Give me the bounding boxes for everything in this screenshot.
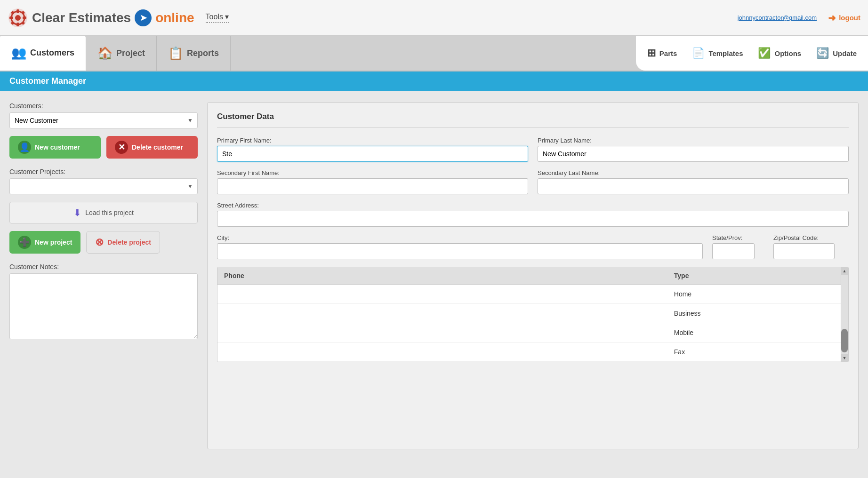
user-email[interactable]: johnnycontractor@gmail.com: [738, 14, 817, 21]
tools-dropdown-icon: ▾: [225, 12, 229, 21]
customers-icon: 👥: [11, 46, 26, 60]
phone-cell: [217, 323, 667, 343]
update-action[interactable]: 🔄 Update: [816, 47, 857, 59]
left-panel: Customers: New Customer ▼ 👤 New customer…: [9, 102, 207, 449]
main-content: Customers: New Customer ▼ 👤 New customer…: [0, 91, 868, 461]
secondary-last-name-input[interactable]: [538, 178, 849, 194]
parts-label: Parts: [659, 49, 677, 57]
options-action[interactable]: ✅ Options: [758, 47, 801, 59]
phone-column-header: Phone: [217, 267, 667, 285]
phone-table: Phone Type HomeBusinessMobileFax: [217, 267, 848, 362]
templates-label: Templates: [708, 49, 743, 57]
phone-input-3[interactable]: [224, 347, 661, 357]
street-address-input[interactable]: [217, 211, 849, 227]
zip-label: Zip/Postal Code:: [773, 234, 849, 241]
scrollbar-track: ▲ ▼: [841, 267, 848, 362]
primary-first-name-input[interactable]: [217, 146, 528, 162]
secondary-first-name-group: Secondary First Name:: [217, 169, 528, 194]
customers-label: Customers:: [9, 102, 198, 110]
type-cell: Home: [667, 285, 848, 304]
project-icon: 🏠: [97, 46, 113, 61]
location-row: City: State/Prov: Zip/Postal Code:: [217, 234, 849, 259]
load-project-button[interactable]: ⬇ Load this project: [9, 202, 198, 223]
project-actions: ➕ New project ⊗ Delete project: [9, 231, 198, 254]
type-cell: Business: [667, 304, 848, 323]
templates-action[interactable]: 📄 Templates: [692, 47, 743, 59]
delete-project-button[interactable]: ⊗ Delete project: [86, 231, 160, 254]
load-project-label: Load this project: [85, 209, 134, 216]
state-label: State/Prov:: [712, 234, 764, 241]
tab-reports-label: Reports: [187, 48, 219, 58]
parts-action[interactable]: ⊞ Parts: [647, 47, 677, 59]
project-select-wrapper: ▼: [9, 178, 198, 194]
tools-label: Tools: [206, 13, 223, 21]
phone-cell: [217, 343, 667, 362]
primary-last-name-label: Primary Last Name:: [538, 137, 849, 144]
svg-rect-4: [16, 23, 19, 26]
parts-icon: ⊞: [647, 47, 656, 59]
primary-last-name-input[interactable]: [538, 146, 849, 162]
customer-notes-textarea[interactable]: [9, 273, 198, 339]
scrollbar-thumb[interactable]: [841, 329, 848, 352]
tab-project[interactable]: 🏠 Project: [86, 36, 157, 71]
type-cell: Mobile: [667, 323, 848, 343]
phone-input-2[interactable]: [224, 328, 661, 337]
phone-cell: [217, 304, 667, 323]
secondary-first-name-label: Secondary First Name:: [217, 169, 528, 176]
customer-select[interactable]: New Customer: [9, 112, 198, 128]
phone-input-0[interactable]: [224, 289, 661, 299]
logo-arrow-icon: ➤: [135, 9, 152, 26]
update-label: Update: [833, 49, 857, 57]
customer-actions: 👤 New customer ✕ Delete customer: [9, 136, 198, 159]
update-icon: 🔄: [816, 47, 829, 59]
delete-customer-icon: ✕: [115, 141, 128, 154]
load-project-icon: ⬇: [73, 207, 81, 218]
tools-menu[interactable]: Tools ▾: [206, 12, 229, 23]
state-input[interactable]: [712, 243, 755, 259]
type-cell: Fax: [667, 343, 848, 362]
logo-text: Clear Estimates: [32, 10, 131, 25]
app-header: Clear Estimates ➤ online Tools ▾ johnnyc…: [0, 0, 868, 36]
customer-data-title: Customer Data: [217, 112, 849, 127]
phone-table-row: Mobile: [217, 323, 848, 343]
phone-input-1[interactable]: [224, 309, 661, 318]
svg-rect-5: [9, 16, 13, 19]
project-select[interactable]: [9, 178, 198, 194]
zip-input[interactable]: [773, 243, 835, 259]
new-project-label: New project: [35, 239, 72, 246]
secondary-name-row: Secondary First Name: Secondary Last Nam…: [217, 169, 849, 194]
primary-name-row: Primary First Name: Primary Last Name:: [217, 137, 849, 162]
scrollbar-up-arrow[interactable]: ▲: [841, 267, 848, 275]
options-icon: ✅: [758, 47, 771, 59]
new-customer-label: New customer: [35, 143, 80, 151]
primary-first-name-label: Primary First Name:: [217, 137, 528, 144]
delete-customer-button[interactable]: ✕ Delete customer: [106, 136, 198, 159]
primary-first-name-group: Primary First Name:: [217, 137, 528, 162]
tab-customers[interactable]: 👥 Customers: [0, 36, 86, 71]
tab-customers-label: Customers: [30, 48, 74, 58]
right-panel: Customer Data Primary First Name: Primar…: [207, 102, 859, 449]
svg-rect-3: [16, 9, 19, 13]
section-title: Customer Manager: [9, 76, 86, 86]
phone-table-row: Fax: [217, 343, 848, 362]
state-group: State/Prov:: [712, 234, 764, 259]
scrollbar-down-arrow[interactable]: ▼: [841, 354, 848, 362]
zip-group: Zip/Postal Code:: [773, 234, 849, 259]
tab-project-label: Project: [116, 48, 145, 58]
phone-table-container: Phone Type HomeBusinessMobileFax ▲ ▼: [217, 267, 849, 362]
city-input[interactable]: [217, 243, 703, 259]
new-project-icon: ➕: [18, 236, 31, 249]
type-column-header: Type: [667, 267, 848, 285]
street-address-label: Street Address:: [217, 202, 849, 209]
logout-button[interactable]: ➜ logout: [828, 12, 860, 24]
new-project-button[interactable]: ➕ New project: [9, 231, 80, 254]
tab-reports[interactable]: 📋 Reports: [157, 36, 231, 71]
new-customer-icon: 👤: [18, 141, 31, 154]
logo-clear: Clear: [32, 10, 69, 25]
new-customer-button[interactable]: 👤 New customer: [9, 136, 101, 159]
secondary-first-name-input[interactable]: [217, 178, 528, 194]
city-group: City:: [217, 234, 703, 259]
logout-icon: ➜: [828, 12, 836, 24]
phone-table-row: Business: [217, 304, 848, 323]
templates-icon: 📄: [692, 47, 705, 59]
